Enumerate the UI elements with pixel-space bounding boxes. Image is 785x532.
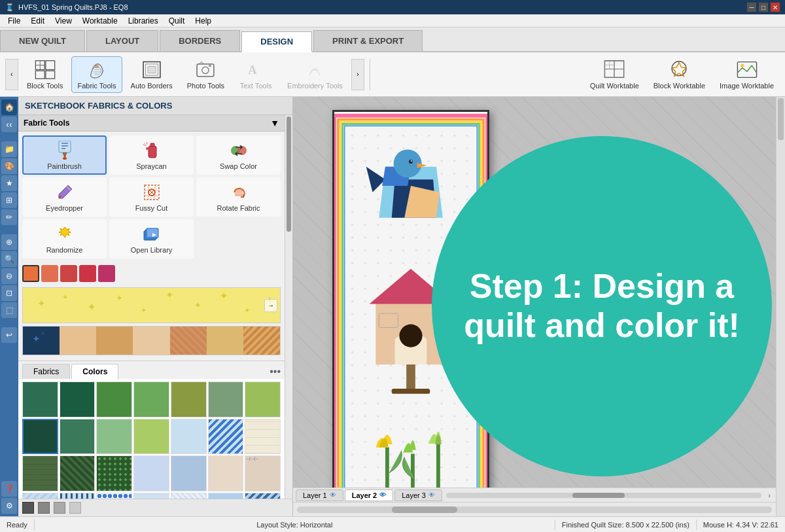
small-swatch-3[interactable] <box>96 327 133 355</box>
swatch-item[interactable] <box>245 419 281 455</box>
title-bar-controls[interactable]: ─ □ ✕ <box>747 3 780 12</box>
sidebar-help-icon[interactable]: ❓ <box>1 481 17 497</box>
panel-scrollbar[interactable] <box>285 115 292 499</box>
toolbar-image-worktable[interactable]: Image Worktable <box>714 56 780 93</box>
swatch-item[interactable] <box>171 381 207 417</box>
horizontal-scrollbar[interactable] <box>446 493 761 498</box>
tab-print-export[interactable]: PRINT & EXPORT <box>313 30 423 51</box>
swatch-item[interactable] <box>96 493 132 499</box>
sidebar-layers-icon[interactable]: ⊞ <box>1 192 17 208</box>
layer-1-eye-icon[interactable]: 👁 <box>330 491 336 499</box>
toolbar-auto-borders[interactable]: Auto Borders <box>125 56 179 93</box>
sidebar-palette-icon[interactable]: 🎨 <box>1 158 17 174</box>
swatch-item[interactable] <box>96 455 132 491</box>
swatch-item[interactable] <box>60 493 96 499</box>
fabric-tab-more[interactable]: ••• <box>270 366 281 378</box>
swatch-item[interactable] <box>22 493 58 499</box>
sidebar-magnify-icon[interactable]: 🔍 <box>1 251 17 267</box>
fabric-strip-nav-arrow[interactable]: → <box>264 299 277 312</box>
small-swatch-1[interactable]: ✦ + <box>23 327 60 355</box>
color-swatch-2[interactable] <box>41 265 58 282</box>
fabric-tools-collapse-icon[interactable]: ▼ <box>270 118 279 128</box>
menu-view[interactable]: View <box>50 14 77 27</box>
small-swatch-7[interactable] <box>243 327 280 355</box>
layer-3-eye-icon[interactable]: 👁 <box>428 491 435 499</box>
nav-square-4[interactable] <box>69 502 81 514</box>
sidebar-settings-icon[interactable]: ⚙ <box>1 498 17 514</box>
swatch-item[interactable] <box>171 493 207 499</box>
sidebar-home-icon[interactable]: 🏠 <box>1 99 17 115</box>
tab-borders[interactable]: BORDERS <box>160 30 240 51</box>
toolbar-scroll-right[interactable]: › <box>351 59 364 90</box>
small-swatch-4[interactable] <box>133 327 169 355</box>
sidebar-star-icon[interactable]: ★ <box>1 175 17 191</box>
swatch-item[interactable] <box>245 493 281 499</box>
swatch-item[interactable] <box>96 419 132 455</box>
small-swatch-6[interactable] <box>207 327 243 355</box>
maximize-button[interactable]: □ <box>759 3 768 12</box>
sidebar-folder-icon[interactable]: 📁 <box>1 141 17 157</box>
swatch-item[interactable] <box>22 455 58 491</box>
toolbar-quilt-worktable[interactable]: Quilt Worktable <box>584 56 645 93</box>
tab-design[interactable]: DESIGN <box>241 31 312 52</box>
bottom-scrollbar[interactable] <box>293 502 776 516</box>
tab-new-quilt[interactable]: NEW QUILT <box>0 30 85 51</box>
tool-rotate-fabric[interactable]: Rotate Fabric <box>196 177 281 217</box>
small-swatch-5[interactable] <box>170 327 207 355</box>
menu-file[interactable]: File <box>3 14 26 27</box>
toolbar-scroll-left[interactable]: ‹ <box>5 59 18 90</box>
menu-worktable[interactable]: Worktable <box>77 14 123 27</box>
tab-layout[interactable]: LAYOUT <box>86 30 158 51</box>
swatch-item[interactable] <box>208 381 244 417</box>
fabric-strip-main[interactable]: ✦ ✦ ✦ ✦ ✦ ✦ ✦ ✦ ✦ ✦ <box>22 287 281 323</box>
sidebar-zoom-fit-icon[interactable]: ⊡ <box>1 285 17 301</box>
minimize-button[interactable]: ─ <box>747 3 756 12</box>
sidebar-zoom-out-icon[interactable]: ⊖ <box>1 268 17 284</box>
sidebar-zoom-in-icon[interactable]: ⊕ <box>1 234 17 250</box>
toolbar-block-worktable[interactable]: Block Worktable <box>648 56 711 93</box>
layer-tab-1[interactable]: Layer 1 👁 <box>296 489 343 501</box>
menu-quilt[interactable]: Quilt <box>164 14 190 27</box>
swatch-item[interactable] <box>22 381 58 417</box>
swatch-item[interactable] <box>133 381 169 417</box>
sidebar-pencil-icon[interactable]: ✏ <box>1 209 17 225</box>
layer-tab-2[interactable]: Layer 2 👁 <box>345 489 394 501</box>
nav-square-1[interactable] <box>22 502 34 514</box>
nav-square-2[interactable] <box>38 502 50 514</box>
tool-swap-color[interactable]: Swap Color <box>196 135 281 175</box>
color-swatch-3[interactable] <box>60 265 77 282</box>
close-button[interactable]: ✕ <box>771 3 780 12</box>
layer-2-eye-icon[interactable]: 👁 <box>379 491 386 499</box>
layer-tab-3[interactable]: Layer 3 👁 <box>394 489 442 501</box>
swatch-item[interactable] <box>208 493 244 499</box>
menu-edit[interactable]: Edit <box>26 14 50 27</box>
small-swatch-2[interactable] <box>60 327 96 355</box>
canvas-scrollbar-v[interactable] <box>776 97 785 516</box>
swatch-item[interactable] <box>133 419 169 455</box>
swatch-item[interactable] <box>60 381 96 417</box>
toolbar-photo-tools[interactable]: Photo Tools <box>181 56 230 93</box>
sidebar-undo-icon[interactable]: ↩ <box>1 327 17 343</box>
swatch-item[interactable] <box>171 419 207 455</box>
tool-spraycan[interactable]: Spraycan <box>109 135 194 175</box>
color-swatch-5[interactable] <box>98 265 115 282</box>
swatch-item[interactable] <box>133 455 169 491</box>
swatch-item[interactable] <box>133 493 169 499</box>
swatch-item[interactable] <box>96 381 132 417</box>
tool-randomize[interactable]: Randomize <box>22 219 107 258</box>
tool-fussy-cut[interactable]: Fussy Cut <box>109 177 194 217</box>
toolbar-fabric-tools[interactable]: Fabric Tools <box>71 56 122 93</box>
swatch-item[interactable] <box>245 381 281 417</box>
nav-square-3[interactable] <box>54 502 65 514</box>
swatch-item[interactable] <box>208 455 244 491</box>
color-swatch-1[interactable] <box>22 265 39 282</box>
tool-eyedropper[interactable]: Eyedropper <box>22 177 107 217</box>
menu-help[interactable]: Help <box>190 14 217 27</box>
menu-libraries[interactable]: Libraries <box>123 14 164 27</box>
sidebar-chevron-left-icon[interactable]: ‹‹ <box>1 116 17 132</box>
color-swatch-4[interactable] <box>79 265 96 282</box>
swatch-item[interactable] <box>208 419 244 455</box>
swatch-item[interactable] <box>171 455 207 491</box>
swatch-item-selected[interactable] <box>22 419 58 455</box>
tool-paintbrush[interactable]: Paintbrush <box>22 135 107 175</box>
